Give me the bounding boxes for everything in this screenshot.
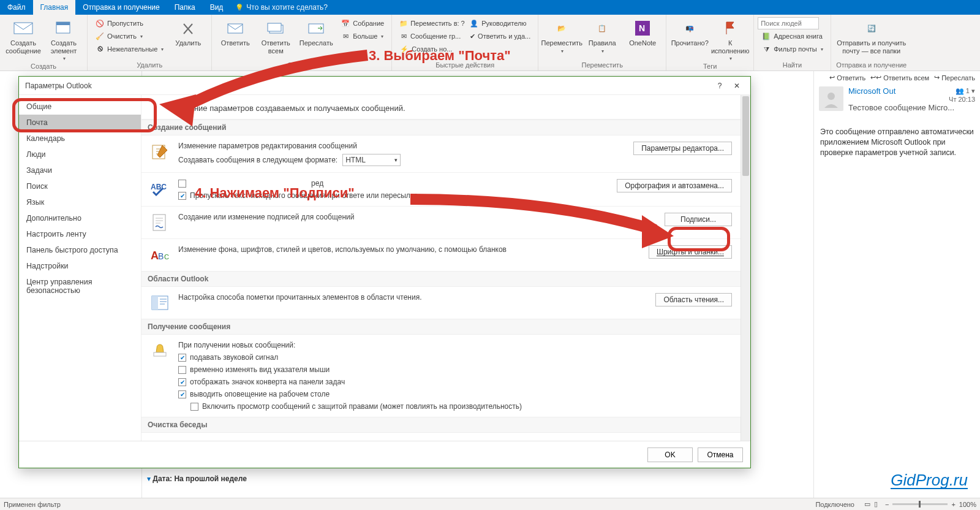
dialog-scrollbar[interactable]: [741, 95, 750, 441]
ignore-button[interactable]: 🚫Пропустить: [91, 17, 167, 29]
unread-button[interactable]: 📭Прочитано?: [670, 16, 709, 47]
qs-new[interactable]: ⚡Создать но...: [396, 43, 464, 55]
nav-calendar[interactable]: Календарь: [19, 131, 141, 147]
section-panes-title: Области Outlook: [141, 271, 741, 287]
check-icon: ✔: [469, 31, 475, 41]
section-cleanup-title: Очистка беседы: [141, 417, 741, 433]
nav-qat[interactable]: Панель быстрого доступа: [19, 242, 141, 258]
unread-label: Прочитано?: [671, 39, 709, 47]
ribbon-group-quicksteps: 📁Переместить в: ? ✉Сообщение гр... ⚡Созд…: [392, 15, 538, 70]
zoom-in-icon[interactable]: +: [951, 501, 955, 508]
stationery-button[interactable]: Шрифты и бланки...: [649, 245, 732, 259]
tell-me-search[interactable]: 💡 Что вы хотите сделать?: [230, 0, 333, 15]
signatures-button[interactable]: Подписи...: [665, 213, 732, 226]
nav-language[interactable]: Язык: [19, 194, 141, 210]
reply-all-button[interactable]: Ответить всем: [256, 16, 295, 55]
delete-label: Удалить: [175, 39, 201, 47]
chk-tray[interactable]: ✔отображать значок конверта на панели за…: [178, 378, 732, 386]
menu-file[interactable]: Файл: [0, 0, 33, 15]
followup-button[interactable]: К исполнению: [710, 16, 750, 61]
rp-forward[interactable]: ↪Переслать: [934, 74, 975, 82]
dialog-footer: OK Отмена: [19, 441, 750, 468]
rules-label: Правила: [589, 39, 616, 47]
zoom-slider[interactable]: [892, 503, 948, 505]
svg-point-9: [827, 93, 835, 100]
rp-reply-label: Ответить: [837, 74, 865, 82]
new-mail-button[interactable]: Создать сообщение: [4, 16, 43, 55]
reply-button[interactable]: Ответить: [216, 16, 255, 47]
move-button[interactable]: 📂Переместить: [542, 16, 581, 54]
junk-button[interactable]: 🛇Нежелательные: [91, 43, 167, 55]
chk-spell-before[interactable]: Всегда проверять орфографию перед: [178, 179, 608, 188]
qs-moveto[interactable]: 📁Переместить в: ?: [396, 17, 464, 29]
tell-me-label: Что вы хотите сделать?: [246, 3, 328, 12]
qs-team[interactable]: ✉Сообщение гр...: [396, 30, 464, 42]
nav-advanced[interactable]: Дополнительно: [19, 210, 141, 226]
ok-button[interactable]: OK: [647, 447, 693, 462]
chk-sound[interactable]: ✔подавать звуковой сигнал: [178, 353, 732, 362]
chk-rights[interactable]: Включить просмотр сообщений с защитой пр…: [190, 402, 732, 411]
reply-all-icon: [266, 18, 285, 38]
delete-button[interactable]: Удалить: [168, 16, 208, 47]
reply-icon: [225, 18, 245, 38]
people-icon[interactable]: 👥 1 ▾: [956, 87, 975, 95]
svg-rect-3: [228, 24, 243, 33]
nav-search[interactable]: Поиск: [19, 178, 141, 194]
svg-text:ABC: ABC: [151, 183, 167, 191]
svg-rect-12: [153, 215, 165, 230]
rules-button[interactable]: 📋Правила: [582, 16, 622, 54]
clean-button[interactable]: 🧹Очистить: [91, 30, 167, 42]
svg-rect-0: [14, 23, 32, 34]
ribbon: Создать сообщение Создать элемент Создат…: [0, 15, 980, 71]
help-button[interactable]: ?: [711, 80, 728, 92]
new-item-button[interactable]: Создать элемент: [44, 16, 83, 61]
chk-cursor[interactable]: временно изменять вид указателя мыши: [178, 365, 732, 374]
spelling-button[interactable]: Орфография и автозамена...: [617, 179, 732, 192]
reading-pane-button[interactable]: Область чтения...: [655, 293, 732, 306]
zoom-control[interactable]: − + 100%: [885, 501, 976, 508]
chk-alert[interactable]: ✔выводить оповещение на рабочем столе: [178, 390, 732, 398]
onenote-button[interactable]: NOneNote: [623, 16, 662, 47]
menu-tab-home[interactable]: Главная: [33, 0, 76, 15]
nav-general[interactable]: Общие: [19, 99, 141, 115]
send-receive-button[interactable]: 🔄 Отправить и получить почту — все папки: [835, 16, 908, 55]
ribbon-group-move-title: Переместить: [542, 60, 662, 70]
search-people-input[interactable]: [758, 17, 819, 29]
nav-ribbon[interactable]: Настроить ленту: [19, 226, 141, 242]
menu-tab-view[interactable]: Вид: [203, 0, 231, 15]
nav-people[interactable]: Люди: [19, 147, 141, 162]
meeting-button[interactable]: 📅Собрание: [337, 17, 388, 29]
ribbon-group-delete: 🚫Пропустить 🧹Очистить 🛇Нежелательные Уда…: [88, 15, 212, 70]
filter-mail-button[interactable]: ⧩Фильтр почты: [758, 43, 827, 55]
nav-tasks[interactable]: Задачи: [19, 162, 141, 178]
cancel-button[interactable]: Отмена: [698, 447, 743, 462]
nav-trust[interactable]: Центр управления безопасностью: [19, 274, 141, 299]
forward-button[interactable]: Переслать: [296, 16, 336, 47]
reply-all-label: Ответить всем: [256, 39, 295, 55]
chk-skip-original[interactable]: ✔Пропускать текст исходного сообщения пр…: [178, 191, 608, 200]
nav-addins[interactable]: Надстройки: [19, 258, 141, 274]
rp-subject: Тестовое сообщение Micro...: [848, 103, 975, 112]
address-book-button[interactable]: 📗Адресная книга: [758, 30, 827, 42]
rp-reply[interactable]: ↩Ответить: [829, 74, 865, 82]
zoom-value: 100%: [959, 501, 976, 508]
menu-tab-sendreceive[interactable]: Отправка и получение: [75, 0, 167, 15]
fonts-icon: ABC: [150, 245, 170, 265]
view-normal-icon[interactable]: ▭: [864, 500, 870, 508]
more-respond-button[interactable]: ✉Больше: [337, 30, 388, 42]
delete-icon: [178, 18, 198, 38]
clean-icon: 🧹: [95, 31, 105, 41]
close-button[interactable]: ✕: [728, 80, 745, 92]
menu-tab-folder[interactable]: Папка: [167, 0, 203, 15]
rp-forward-label: Переслать: [941, 74, 975, 82]
chk-cursor-label: временно изменять вид указателя мыши: [190, 365, 330, 374]
qs-manager[interactable]: 👤Руководителю: [466, 17, 534, 29]
view-reading-icon[interactable]: ▯: [874, 500, 878, 508]
edit-opts-text: Изменение параметров редактирования сооб…: [178, 142, 625, 150]
editor-options-button[interactable]: Параметры редактора...: [633, 142, 732, 155]
nav-mail[interactable]: Почта: [19, 115, 141, 131]
rp-reply-all[interactable]: ↩↩Ответить всем: [870, 74, 929, 82]
format-select[interactable]: HTML▾: [342, 154, 401, 166]
qs-replydel[interactable]: ✔Ответить и уда...: [466, 30, 534, 42]
zoom-out-icon[interactable]: −: [885, 501, 889, 508]
